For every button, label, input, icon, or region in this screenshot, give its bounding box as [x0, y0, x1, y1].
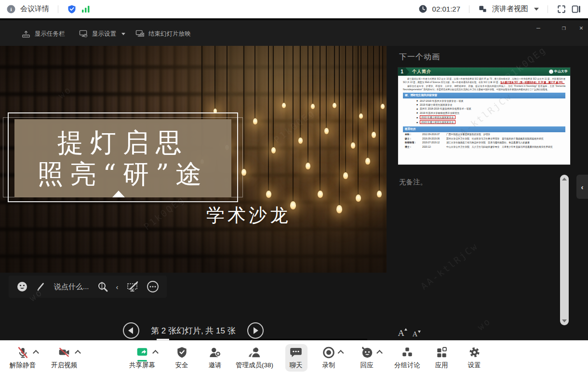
gear-icon — [468, 346, 481, 359]
chevron-up-icon[interactable] — [152, 350, 159, 356]
presenter-toolbar: 显示任务栏 显示设置 结束幻灯片放映 – ❐ ✕ — [0, 18, 588, 46]
meeting-details-label[interactable]: 会议详情 — [20, 4, 49, 14]
chevron-up-icon[interactable] — [338, 350, 344, 356]
next-animation-label: 下一个动画 — [399, 52, 440, 62]
display-settings-button[interactable]: 显示设置 — [79, 29, 125, 39]
chat-button[interactable]: 聊天 — [290, 345, 303, 370]
chevron-up-icon[interactable] — [33, 350, 39, 356]
unmute-button[interactable]: 解除静音 — [10, 345, 36, 370]
education-row: 本科：2012.09-2016.07广西中医药大学赛恩斯新医药学院 护理学 — [403, 132, 565, 137]
more-options-icon[interactable] — [147, 280, 159, 293]
education-section-header: 教育经历 — [403, 126, 565, 132]
education-row: 科研助理：2019.07-2019.12浙江大学生物系统工程与食品科学学院 营养… — [403, 140, 565, 145]
preview-section-number: 1 — [398, 68, 406, 76]
award-item: ◆2022 年博士研究生国家奖学金 — [403, 115, 565, 120]
arrow-right-icon — [254, 327, 258, 334]
panel-collapse-button[interactable]: ‹ — [576, 175, 588, 199]
taskbar-icon — [21, 29, 31, 39]
scroll-up-icon[interactable] — [562, 178, 567, 180]
reactions-button[interactable]: 回应 — [360, 345, 374, 370]
slide-title-box: 提灯启思 照亮“研”途 — [14, 119, 231, 197]
emoji-icon[interactable] — [16, 281, 28, 292]
svg-text:i: i — [10, 6, 12, 12]
window-restore-button[interactable]: ❐ — [559, 24, 569, 31]
increase-font-button[interactable]: A — [398, 328, 404, 338]
reaction-emoji-icon — [360, 346, 374, 359]
end-slideshow-button[interactable]: 结束幻灯片放映 — [135, 29, 191, 39]
quick-chat-input[interactable]: 说点什么... — [54, 282, 89, 291]
slide-navigation: 第 2 张幻灯片, 共 15 张 — [123, 322, 264, 339]
window-close-button[interactable]: ✕ — [576, 24, 586, 31]
top-bar-left: i 会议详情 — [7, 4, 90, 14]
record-button[interactable]: 录制 — [322, 345, 335, 370]
chevron-up-icon[interactable] — [75, 350, 81, 356]
network-signal-icon[interactable] — [81, 5, 90, 13]
display-settings-label: 显示设置 — [92, 30, 116, 38]
manage-members-label: 管理成员(38) — [236, 361, 273, 370]
scroll-down-icon[interactable] — [562, 319, 567, 322]
security-label: 安全 — [175, 361, 188, 370]
divider — [58, 5, 58, 13]
slide-subtitle: 学术沙龙 — [206, 203, 291, 228]
next-slide-button[interactable] — [247, 322, 264, 339]
logo-text: 中山大学 — [554, 69, 568, 74]
invite-button[interactable]: 邀请 — [209, 345, 222, 370]
notes-scrollbar[interactable] — [560, 175, 569, 325]
display-settings-icon — [79, 29, 88, 39]
view-mode-label[interactable]: 演讲者视图 — [492, 4, 528, 14]
annotation-toolbar: 说点什么... ‹ — [9, 276, 167, 298]
fullscreen-icon[interactable] — [557, 4, 566, 14]
presentation-slide[interactable]: 提灯启思 照亮“研”途 学术沙龙 — [0, 46, 387, 273]
award-item: ◆2017-2019 年苏州大学学业奖学金一等奖 — [403, 98, 565, 102]
start-video-label: 开启视频 — [51, 361, 77, 370]
logo-emblem: ☼ — [549, 69, 553, 74]
screen-annotate-icon[interactable] — [126, 281, 139, 292]
notes-font-controls: A A — [398, 328, 417, 338]
arrow-left-icon — [128, 327, 133, 334]
start-video-button[interactable]: 开启视频 — [51, 345, 77, 370]
end-slideshow-label: 结束幻灯片放映 — [148, 30, 191, 38]
end-slideshow-icon — [135, 29, 145, 39]
reactions-label: 回应 — [361, 361, 374, 370]
share-screen-icon — [136, 346, 148, 359]
breakout-blocks-icon — [401, 346, 414, 359]
previous-slide-button[interactable] — [123, 322, 139, 339]
share-screen-button[interactable]: 共享屏幕 — [129, 345, 155, 370]
chevron-up-icon[interactable] — [376, 350, 383, 356]
info-icon[interactable]: i — [7, 5, 15, 14]
security-button[interactable]: 安全 — [175, 345, 188, 370]
award-item: ◆2019 年苏州大学校级优秀毕业研究生 — [403, 111, 565, 115]
chevron-left-icon[interactable]: ‹ — [116, 283, 119, 291]
university-logo: ☼ 中山大学 — [549, 69, 568, 74]
manage-members-button[interactable]: 管理成员(38) — [236, 345, 273, 370]
meeting-top-bar: i 会议详情 02:01:27 演讲者视图 — [0, 0, 588, 18]
chevron-down-icon[interactable] — [534, 8, 539, 11]
shared-screen-region: 显示任务栏 显示设置 结束幻灯片放映 – ❐ ✕ 提灯启思 — [0, 18, 588, 340]
top-bar-right: 02:01:27 演讲者视图 — [418, 4, 581, 14]
invite-label: 邀请 — [209, 361, 222, 370]
preview-paragraph-1: 硕士期间以第一作者方式发表 SCI 论文 10 篇，以第一作者身份发表 SCI … — [403, 77, 565, 84]
award-item: ◆2019 年硕士研究生国家奖学金 — [403, 103, 565, 107]
record-label: 录制 — [322, 361, 335, 370]
apps-button[interactable]: 应用 — [435, 345, 448, 370]
security-shield-icon[interactable] — [67, 4, 77, 14]
preview-header: 1 个人简介 ☼ 中山大学 — [398, 68, 570, 76]
chevron-down-icon — [121, 33, 125, 35]
show-taskbar-button[interactable]: 显示任务栏 — [21, 29, 65, 39]
meeting-bottom-toolbar: 解除静音 开启视频 共享屏幕 安全 邀请 管理成员(38) 聊天 — [0, 340, 588, 374]
preview-title: 个人简介 — [412, 69, 431, 75]
settings-button[interactable]: 设置 — [468, 345, 481, 370]
breakout-rooms-button[interactable]: 分组讨论 — [394, 345, 420, 370]
pen-icon[interactable] — [36, 281, 46, 292]
sharing-active-indicator — [137, 360, 147, 361]
layout-view-icon[interactable] — [478, 4, 487, 14]
next-slide-preview[interactable]: 1 个人简介 ☼ 中山大学 硕士期间以第一作者方式发表 SCI 论文 10 篇，… — [398, 68, 570, 165]
share-screen-label: 共享屏幕 — [129, 361, 155, 370]
slide-title-line2: 照亮“研”途 — [37, 160, 208, 188]
magnifier-icon[interactable] — [97, 281, 108, 292]
award-item: ◆苏州市 2018-2019 年度自然科学优秀学术一等奖 — [403, 107, 565, 111]
side-panel-icon[interactable] — [571, 4, 581, 14]
decrease-font-button[interactable]: A — [413, 331, 417, 338]
meeting-timer: 02:01:27 — [432, 5, 460, 13]
window-minimize-button[interactable]: – — [534, 24, 543, 31]
